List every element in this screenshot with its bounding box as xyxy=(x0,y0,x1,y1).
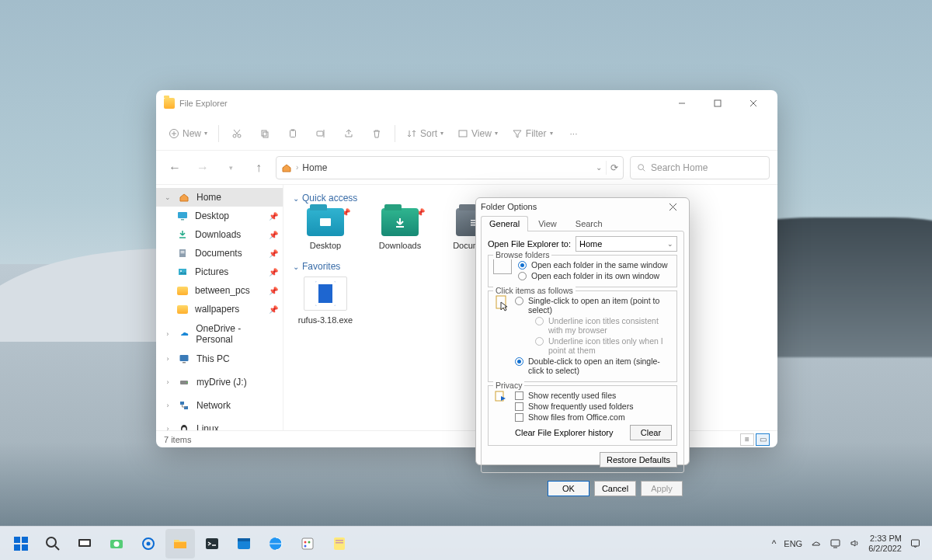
check-frequent[interactable] xyxy=(515,402,523,411)
sidebar-item-thispc[interactable]: ›This PC xyxy=(156,350,283,368)
tab-view[interactable]: View xyxy=(530,216,565,231)
refresh-button[interactable]: ⟳ xyxy=(610,162,618,173)
view-button[interactable]: View▾ xyxy=(451,121,504,146)
address-dropdown-icon[interactable]: ⌄ xyxy=(596,163,602,172)
onedrive-tray-icon[interactable] xyxy=(810,537,822,549)
svg-rect-60 xyxy=(302,538,313,549)
ok-button[interactable]: OK xyxy=(548,481,589,496)
camera-app-icon[interactable] xyxy=(102,529,131,558)
delete-button[interactable] xyxy=(363,121,390,146)
tab-search[interactable]: Search xyxy=(567,216,611,231)
volume-tray-icon[interactable] xyxy=(849,537,861,549)
filter-button[interactable]: Filter▾ xyxy=(506,121,559,146)
radio-same-window[interactable] xyxy=(518,261,527,270)
sort-label: Sort xyxy=(420,128,437,139)
notes-app-icon[interactable] xyxy=(325,529,354,558)
clock-time: 2:33 PM xyxy=(870,534,902,544)
tab-general[interactable]: General xyxy=(481,216,528,231)
sidebar-item-downloads[interactable]: Downloads📌 xyxy=(156,225,283,244)
taskbar: ^ ENG 2:33 PM 6/2/2022 xyxy=(0,526,932,560)
rename-button[interactable] xyxy=(308,121,334,146)
sidebar-item-network[interactable]: ›Network xyxy=(156,396,283,415)
open-explorer-select[interactable]: Home⌄ xyxy=(576,236,677,252)
forward-button[interactable]: → xyxy=(192,157,214,179)
language-indicator[interactable]: ENG xyxy=(784,539,802,548)
sidebar-item-mydrive[interactable]: ›myDrive (J:) xyxy=(156,373,283,391)
system-tray[interactable]: ^ ENG 2:33 PM 6/2/2022 xyxy=(772,534,926,553)
settings-app-icon[interactable] xyxy=(134,529,163,558)
pin-icon: 📌 xyxy=(269,212,278,221)
network-tray-icon[interactable] xyxy=(829,537,841,549)
start-button[interactable] xyxy=(6,529,36,558)
taskview-button[interactable] xyxy=(70,529,99,558)
dialog-titlebar[interactable]: Folder Options xyxy=(476,198,689,215)
back-button[interactable]: ← xyxy=(164,157,186,179)
svg-rect-1 xyxy=(715,100,721,106)
svg-rect-69 xyxy=(912,540,920,546)
copy-button[interactable] xyxy=(252,121,278,146)
radio-double-click[interactable] xyxy=(515,357,523,366)
maximize-button[interactable] xyxy=(700,90,736,117)
sidebar-label: OneDrive - Personal xyxy=(196,323,278,345)
window-title: File Explorer xyxy=(179,99,228,108)
svg-rect-24 xyxy=(181,252,185,253)
search-button[interactable] xyxy=(38,529,68,558)
sidebar-label: Desktop xyxy=(195,210,229,221)
item-desktop[interactable]: 📌Desktop xyxy=(296,208,355,250)
item-label: rufus-3.18.exe xyxy=(298,315,353,325)
sidebar-item-pictures[interactable]: Pictures📌 xyxy=(156,263,283,281)
up-button[interactable]: ↑ xyxy=(248,157,270,179)
sidebar-label: Pictures xyxy=(195,266,228,277)
sidebar-item-desktop[interactable]: Desktop📌 xyxy=(156,207,283,225)
radio-own-window[interactable] xyxy=(518,272,527,280)
cancel-button[interactable]: Cancel xyxy=(594,481,636,496)
minimize-button[interactable] xyxy=(664,90,700,117)
share-button[interactable] xyxy=(336,121,362,146)
item-rufus[interactable]: rufus-3.18.exe xyxy=(296,277,355,325)
sidebar-item-linux[interactable]: ›Linux xyxy=(156,419,283,430)
paste-button[interactable] xyxy=(280,121,306,146)
sidebar-item-onedrive[interactable]: ›OneDrive - Personal xyxy=(156,325,283,343)
svg-rect-23 xyxy=(181,251,185,252)
search-input[interactable]: Search Home xyxy=(630,156,770,179)
paint-app-icon[interactable] xyxy=(293,529,322,558)
sidebar-item-home[interactable]: ⌄Home xyxy=(156,188,283,207)
legend: Browse folders xyxy=(493,250,551,259)
restore-defaults-button[interactable]: Restore Defaults xyxy=(600,452,677,468)
recent-button[interactable]: ▾ xyxy=(220,157,242,179)
close-button[interactable] xyxy=(661,198,684,215)
more-button[interactable]: ··· xyxy=(561,121,587,146)
new-button[interactable]: New▾ xyxy=(162,121,214,146)
calendar-app-icon[interactable] xyxy=(229,529,259,558)
item-downloads[interactable]: 📌Downloads xyxy=(370,208,429,250)
explorer-app-icon[interactable] xyxy=(165,529,195,558)
svg-rect-31 xyxy=(180,402,184,405)
sidebar-item-documents[interactable]: Documents📌 xyxy=(156,244,283,263)
titlebar[interactable]: File Explorer xyxy=(156,90,777,117)
sidebar-item-wallpapers[interactable]: wallpapers📌 xyxy=(156,300,283,318)
links-app-icon[interactable] xyxy=(261,529,290,558)
filter-label: Filter xyxy=(526,128,547,139)
details-view-button[interactable]: ≡ xyxy=(740,433,754,446)
sidebar-item-between-pcs[interactable]: between_pcs📌 xyxy=(156,281,283,300)
check-office[interactable] xyxy=(515,413,523,422)
sort-button[interactable]: Sort▾ xyxy=(400,121,450,146)
apply-button[interactable]: Apply xyxy=(641,481,683,496)
close-button[interactable] xyxy=(736,90,771,117)
terminal-app-icon[interactable] xyxy=(197,529,227,558)
click-fieldset: Click items as follows Single-click to o… xyxy=(488,290,677,382)
svg-rect-50 xyxy=(80,541,89,545)
notification-tray-icon[interactable] xyxy=(909,537,921,549)
svg-point-63 xyxy=(304,544,307,547)
svg-point-18 xyxy=(638,164,644,169)
radio-single-click[interactable] xyxy=(515,297,523,305)
check-recent[interactable] xyxy=(515,391,523,400)
icons-view-button[interactable]: ▭ xyxy=(756,433,770,446)
view-label: View xyxy=(471,128,492,139)
legend: Privacy xyxy=(493,381,524,390)
address-bar[interactable]: › Home ⌄ ⟳ xyxy=(276,156,624,179)
tray-chevron-icon[interactable]: ^ xyxy=(772,538,777,549)
cut-button[interactable] xyxy=(224,121,250,146)
clear-button[interactable]: Clear xyxy=(630,425,672,440)
privacy-icon xyxy=(493,389,510,406)
